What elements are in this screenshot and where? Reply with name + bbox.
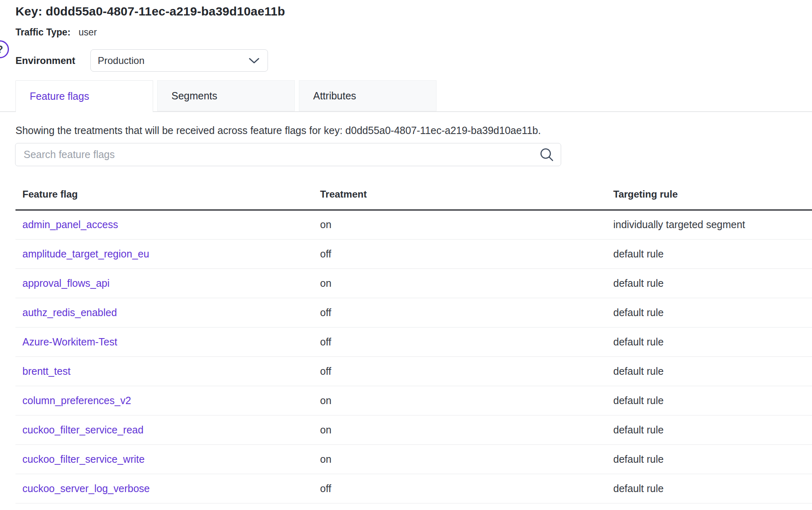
feature-flag-link[interactable]: column_preferences_v2	[22, 395, 131, 406]
feature-flag-link[interactable]: approval_flows_api	[22, 277, 110, 289]
targeting-rule-value: default rule	[613, 444, 812, 474]
targeting-rule-value: default rule	[613, 386, 812, 415]
table-row: admin_panel_access on individually targe…	[15, 210, 812, 239]
table-row: Azure-Workitem-Test off default rule	[15, 327, 812, 356]
table-row: cuckoo_filter_service_read on default ru…	[15, 415, 812, 444]
help-beacon-button[interactable]: ?	[0, 40, 9, 58]
table-row: approval_flows_api on default rule	[15, 268, 812, 298]
treatment-value: off	[320, 327, 613, 356]
environment-selected-value: Production	[98, 55, 145, 66]
targeting-rule-value: default rule	[613, 415, 812, 444]
targeting-rule-value: default rule	[613, 268, 812, 298]
tab-label: Attributes	[313, 90, 356, 102]
tab-label: Feature flags	[30, 90, 89, 102]
column-header-feature-flag: Feature flag	[15, 179, 320, 210]
targeting-rule-value: default rule	[613, 239, 812, 268]
environment-row: Environment Production	[15, 49, 268, 72]
table-header-row: Feature flag Treatment Targeting rule	[15, 179, 812, 210]
table-row: authz_redis_enabled off default rule	[15, 298, 812, 327]
feature-flag-table: Feature flag Treatment Targeting rule ad…	[15, 179, 812, 503]
tab-label: Segments	[171, 90, 217, 102]
treatment-value: on	[320, 210, 613, 239]
feature-flag-link[interactable]: cuckoo_filter_service_write	[22, 453, 145, 465]
table-row: brentt_test off default rule	[15, 356, 812, 386]
tab-feature-flags[interactable]: Feature flags	[15, 80, 153, 112]
treatment-value: on	[320, 268, 613, 298]
environment-select[interactable]: Production	[90, 49, 268, 72]
feature-flag-link[interactable]: admin_panel_access	[22, 219, 118, 230]
treatment-value: off	[320, 356, 613, 386]
feature-flag-link[interactable]: Azure-Workitem-Test	[22, 336, 117, 347]
treatment-value: on	[320, 386, 613, 415]
feature-flag-link[interactable]: amplitude_target_region_eu	[22, 248, 149, 259]
targeting-rule-value: default rule	[613, 474, 812, 503]
tab-bar: Feature flags Segments Attributes	[0, 80, 812, 112]
treatment-value: on	[320, 415, 613, 444]
tab-segments[interactable]: Segments	[157, 80, 295, 111]
column-header-treatment: Treatment	[320, 179, 613, 210]
page-title: Key: d0dd55a0-4807-11ec-a219-ba39d10ae11…	[15, 3, 285, 20]
question-mark-icon: ?	[0, 44, 3, 55]
treatment-value: off	[320, 239, 613, 268]
feature-flag-link[interactable]: cuckoo_server_log_verbose	[22, 483, 150, 494]
targeting-rule-value: default rule	[613, 327, 812, 356]
treatments-description: Showing the treatments that will be rece…	[15, 124, 541, 137]
magnifier-icon	[538, 146, 555, 163]
search-input[interactable]	[15, 143, 561, 166]
targeting-rule-value: default rule	[613, 356, 812, 386]
column-header-targeting-rule: Targeting rule	[613, 179, 812, 210]
traffic-type-row: Traffic Type: user	[15, 26, 97, 39]
table-row: cuckoo_filter_service_write on default r…	[15, 444, 812, 474]
feature-flag-link[interactable]: authz_redis_enabled	[22, 307, 117, 318]
table-row: amplitude_target_region_eu off default r…	[15, 239, 812, 268]
traffic-type-value: user	[79, 26, 97, 39]
treatment-value: off	[320, 298, 613, 327]
tab-attributes[interactable]: Attributes	[299, 80, 437, 111]
feature-flag-link[interactable]: brentt_test	[22, 365, 70, 377]
targeting-rule-value: individually targeted segment	[613, 210, 812, 239]
environment-label: Environment	[15, 55, 90, 66]
treatment-value: off	[320, 474, 613, 503]
treatment-value: on	[320, 444, 613, 474]
traffic-type-label: Traffic Type:	[15, 26, 70, 39]
chevron-down-icon	[248, 57, 260, 64]
table-row: column_preferences_v2 on default rule	[15, 386, 812, 415]
table-row: cuckoo_server_log_verbose off default ru…	[15, 474, 812, 503]
search-container	[15, 143, 561, 166]
targeting-rule-value: default rule	[613, 298, 812, 327]
feature-flag-link[interactable]: cuckoo_filter_service_read	[22, 424, 143, 435]
